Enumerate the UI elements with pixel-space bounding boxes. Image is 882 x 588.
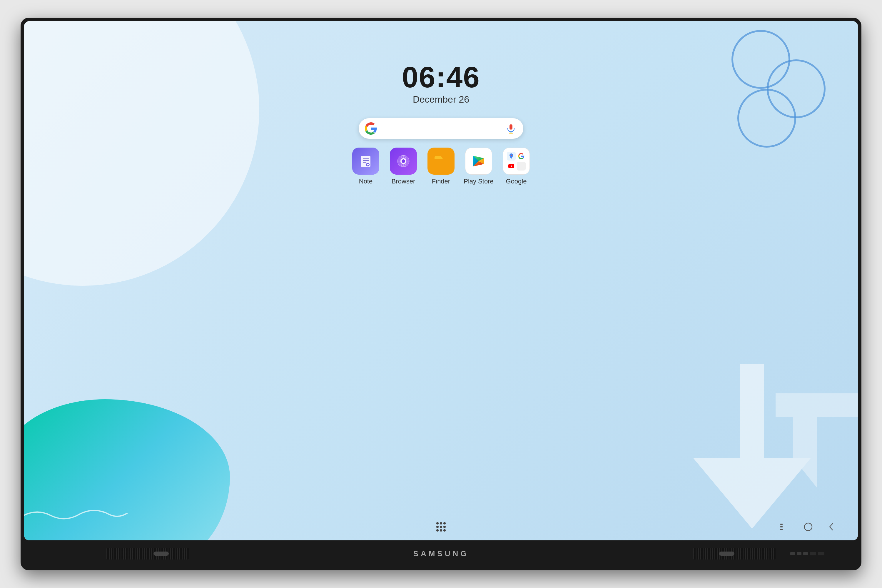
port-1 — [790, 552, 795, 555]
speaker-left — [106, 548, 189, 560]
apps-grid-icon — [436, 522, 446, 531]
screen: 06:46 December 26 — [24, 21, 858, 540]
clock: 06:46 December 26 — [402, 62, 480, 105]
wallpaper: 06:46 December 26 — [24, 21, 858, 540]
squiggle-decoration — [24, 505, 130, 523]
nav-center — [436, 522, 446, 531]
youtube-mini — [507, 162, 516, 171]
app-google[interactable]: Google — [502, 148, 531, 185]
svg-point-15 — [402, 159, 405, 163]
google-folder-icon — [503, 148, 530, 175]
bezel-button-left[interactable] — [153, 552, 169, 556]
app-finder[interactable]: Finder — [426, 148, 456, 185]
circles-decoration — [729, 30, 840, 153]
playstore-label: Play Store — [464, 178, 494, 185]
circle-ring-3 — [737, 89, 796, 148]
home-button[interactable] — [804, 522, 813, 531]
app-row: Note Browser — [351, 148, 531, 185]
google-mini — [517, 152, 526, 160]
port-2 — [797, 552, 801, 555]
mic-icon[interactable] — [504, 122, 518, 135]
svg-rect-19 — [780, 526, 783, 527]
search-input[interactable] — [378, 118, 504, 139]
nav-right — [780, 522, 834, 531]
maps-mini — [507, 152, 516, 160]
tv-bezel-bottom: SAMSUNG — [24, 540, 858, 567]
speaker-right — [693, 548, 776, 560]
apps-grid-button[interactable] — [436, 522, 446, 531]
search-bar[interactable] — [358, 118, 524, 139]
note-icon — [352, 148, 379, 175]
port-3 — [803, 552, 808, 555]
bezel-right-section — [719, 552, 734, 556]
clock-date: December 26 — [402, 94, 480, 105]
browser-icon — [390, 148, 417, 175]
clock-time: 06:46 — [402, 62, 480, 92]
app-playstore[interactable]: Play Store — [464, 148, 494, 185]
google-folder-grid — [504, 149, 528, 173]
port-cluster — [790, 552, 849, 555]
finder-label: Finder — [432, 178, 450, 185]
bezel-button-right[interactable] — [719, 552, 734, 556]
svg-point-21 — [804, 523, 812, 531]
usb-port-1 — [810, 552, 816, 555]
arrow-decoration — [658, 364, 858, 540]
note-label: Note — [359, 178, 372, 185]
samsung-logo: SAMSUNG — [413, 549, 469, 558]
back-button[interactable] — [827, 522, 834, 531]
app-browser[interactable]: Browser — [388, 148, 418, 185]
browser-label: Browser — [392, 178, 416, 185]
tv-display: 06:46 December 26 — [21, 18, 861, 570]
bezel-left-buttons — [153, 552, 169, 556]
playstore-icon — [465, 148, 492, 175]
svg-rect-2 — [510, 124, 513, 130]
finder-icon — [428, 148, 454, 175]
nav-bar — [24, 522, 858, 531]
app-note[interactable]: Note — [351, 148, 380, 185]
arc-decoration — [24, 21, 259, 286]
svg-rect-18 — [780, 524, 783, 525]
blob-decoration — [24, 399, 230, 540]
recents-button[interactable] — [780, 524, 789, 530]
arrow-svg — [658, 364, 858, 540]
extra-mini — [517, 162, 526, 171]
usb-port-2 — [818, 552, 824, 555]
google-logo — [364, 122, 378, 135]
svg-rect-20 — [780, 529, 783, 530]
google-label: Google — [506, 178, 527, 185]
